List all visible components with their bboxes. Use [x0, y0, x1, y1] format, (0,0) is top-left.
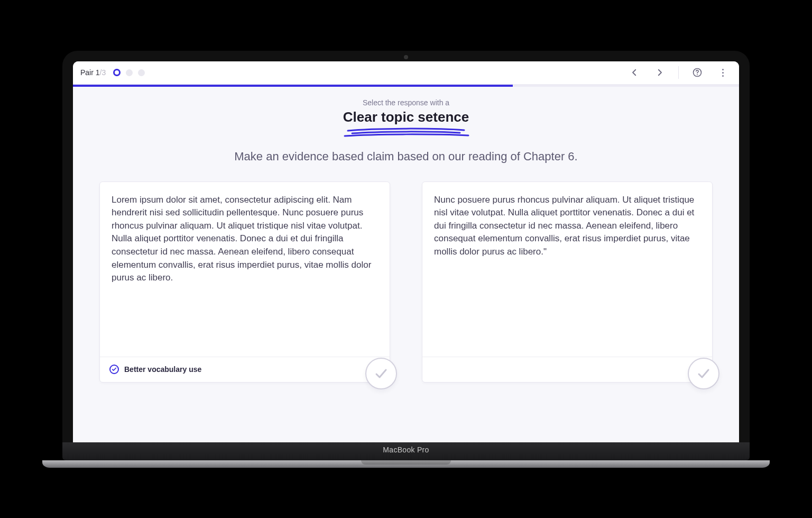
- response-footer-right: [422, 357, 712, 382]
- help-button[interactable]: [688, 63, 706, 81]
- pair-prefix: Pair: [80, 68, 96, 77]
- content: Select the response with a Clear topic s…: [73, 87, 739, 442]
- response-body-right: Nunc posuere purus rhoncus pulvinar aliq…: [422, 182, 712, 357]
- help-icon: [692, 67, 703, 78]
- prompt-block: Select the response with a Clear topic s…: [99, 98, 713, 138]
- response-badge-left: Better vocabulary use: [124, 365, 201, 374]
- laptop-mockup: Pair 1/3: [62, 51, 750, 468]
- pair-current: 1: [96, 68, 100, 77]
- more-button[interactable]: [714, 63, 732, 81]
- laptop-base: MacBook Pro: [62, 442, 750, 460]
- step-dot-3[interactable]: [138, 69, 145, 76]
- topbar-separator: [678, 66, 679, 79]
- response-card-right[interactable]: Nunc posuere purus rhoncus pulvinar aliq…: [422, 181, 713, 383]
- step-dot-1[interactable]: [113, 69, 121, 76]
- pair-indicator: Pair 1/3: [80, 68, 106, 77]
- select-response-right[interactable]: [688, 358, 719, 389]
- prev-button[interactable]: [625, 63, 643, 81]
- question-text: Make an evidence based claim based on ou…: [99, 150, 713, 163]
- chevron-left-icon: [630, 68, 639, 77]
- next-button[interactable]: [651, 63, 669, 81]
- pair-total: 3: [102, 68, 106, 77]
- select-response-left[interactable]: [365, 358, 397, 389]
- response-body-left: Lorem ipsum dolor sit amet, consectetur …: [100, 182, 390, 357]
- response-cards: Lorem ipsum dolor sit amet, consectetur …: [99, 181, 713, 383]
- chevron-right-icon: [655, 68, 665, 77]
- prompt-lede-big: Clear topic setence: [343, 109, 469, 125]
- device-label: MacBook Pro: [383, 446, 429, 454]
- underline-scribble-icon: [343, 126, 469, 138]
- kebab-icon: [722, 69, 724, 77]
- step-dot-2[interactable]: [126, 69, 133, 76]
- progress-fill: [73, 85, 513, 87]
- check-badge-icon: [109, 365, 119, 374]
- response-footer-left: Better vocabulary use: [100, 357, 390, 382]
- laptop-screen: Pair 1/3: [62, 51, 750, 442]
- response-card-left[interactable]: Lorem ipsum dolor sit amet, consectetur …: [99, 181, 390, 383]
- topbar: Pair 1/3: [73, 61, 739, 85]
- step-dots: [113, 69, 145, 76]
- progress-track: [73, 85, 739, 87]
- laptop-foot: [42, 460, 770, 468]
- check-icon: [696, 366, 711, 381]
- app-viewport: Pair 1/3: [73, 61, 739, 442]
- svg-point-1: [697, 74, 698, 75]
- prompt-lede-small: Select the response with a: [99, 98, 713, 107]
- check-icon: [374, 366, 389, 381]
